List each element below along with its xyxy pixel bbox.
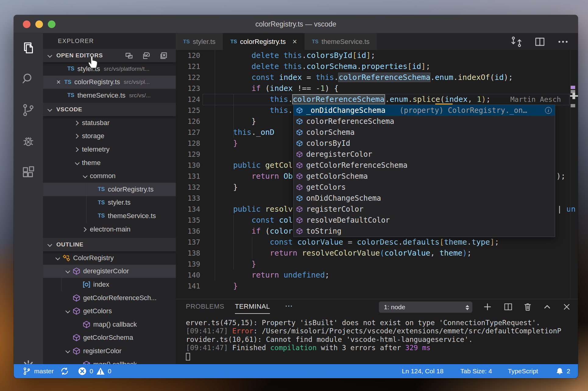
suggest-item-toString[interactable]: toString (294, 226, 555, 237)
activity-bar-source-control[interactable] (14, 95, 43, 125)
outline-item-map() callback[interactable]: map() callback (43, 358, 176, 364)
panel-more-actions-icon[interactable]: ⋯ (285, 299, 293, 314)
code-line-141[interactable]: 141} (176, 281, 578, 292)
suggest-item-getColors[interactable]: getColors (294, 182, 555, 193)
outline-item-registerColor[interactable]: registerColor (43, 344, 176, 358)
vscode-tree-item-telemetry[interactable]: telemetry (43, 143, 176, 156)
chevron-right-icon (75, 147, 80, 152)
code-line-121[interactable]: 121delete this.colorSchema.properties[id… (176, 61, 578, 72)
close-editor-icon[interactable]: × (56, 78, 61, 86)
suggest-label: onDidChangeSchema (306, 194, 381, 203)
sync-button[interactable] (60, 364, 69, 378)
vscode-tree-item-colorRegistry.ts[interactable]: TScolorRegistry.ts (43, 183, 176, 196)
vscode-tree-item-statusbar[interactable]: statusbar (43, 116, 176, 130)
open-changes-icon[interactable] (510, 36, 522, 48)
open-editors-label: OPEN EDITORS (56, 52, 103, 59)
tab-themeService.ts[interactable]: TSthemeService.ts (305, 33, 377, 50)
code-line-139[interactable]: 139} (176, 259, 578, 270)
suggest-item-deregisterColor[interactable]: deregisterColor (294, 149, 555, 160)
activity-bar-extensions[interactable] (14, 158, 43, 187)
outline-item-getColorReferenceSch...[interactable]: getColorReferenceSch... (43, 291, 176, 305)
tree-item-label: index (93, 281, 109, 289)
suggest-item-colorsById[interactable]: colorsById (294, 138, 555, 149)
tab-styler.ts[interactable]: TSstyler.ts (176, 33, 223, 50)
close-panel-icon[interactable] (561, 302, 572, 312)
toggle-editor-layout-icon[interactable] (125, 52, 133, 60)
activity-bar-search[interactable] (14, 64, 43, 94)
chevron-none-icon (90, 213, 95, 218)
panel-tab-problems[interactable]: PROBLEMS (186, 299, 224, 314)
suggest-item-getColorReferenceSchema[interactable]: getColorReferenceSchema (294, 160, 555, 171)
branch-status[interactable]: master (22, 364, 54, 378)
code-line-140[interactable]: 140return undefined; (176, 270, 578, 281)
suggest-item-colorSchema[interactable]: colorSchema (294, 127, 555, 138)
maximize-panel-icon[interactable] (542, 302, 552, 312)
suggest-item-resolveDefaultColor[interactable]: resolveDefaultColor (294, 215, 555, 226)
code-line-123[interactable]: 123if (index !== -1) { (176, 83, 578, 94)
outline-header[interactable]: OUTLINE (43, 238, 176, 251)
info-icon[interactable]: i (545, 107, 552, 114)
vscode-tree-item-electron-main[interactable]: electron-main (43, 223, 176, 236)
open-editors-header[interactable]: OPEN EDITORS (43, 49, 176, 62)
activity-bar-debug[interactable] (14, 127, 43, 156)
suggest-item-onDidChangeSchema[interactable]: onDidChangeSchema (294, 193, 555, 204)
save-all-icon[interactable] (142, 52, 151, 60)
outline-item-ColorRegistry[interactable]: ColorRegistry (43, 251, 176, 265)
vscode-tree-item-common[interactable]: common (43, 169, 176, 183)
vscode-tree-label: VSCODE (56, 106, 82, 113)
line-number: 131 (176, 171, 200, 182)
field-symbol-icon (296, 129, 303, 136)
notifications-status[interactable]: 2 (555, 364, 570, 378)
terminal-output[interactable]: erver.ts(475,15): Property 'isBuilt' doe… (186, 319, 572, 361)
vscode-tree-item-styler.ts[interactable]: TSstyler.ts (43, 196, 176, 210)
tab-size-status[interactable]: Tab Size: 4 (460, 364, 492, 378)
vscode-tree-item-storage[interactable]: storage (43, 130, 176, 143)
file-path: src/vs/platform/t... (104, 66, 150, 72)
split-terminal-icon[interactable] (503, 302, 513, 312)
split-editor-icon[interactable] (534, 36, 546, 48)
more-actions-icon[interactable] (557, 36, 569, 48)
suggest-item-registerColor[interactable]: registerColor (294, 204, 555, 215)
line-number: 132 (176, 182, 200, 193)
cursor-position-status[interactable]: Ln 124, Col 18 (402, 364, 444, 378)
code-line-137[interactable]: 137const colorValue = colorDesc.defaults… (176, 237, 578, 248)
new-terminal-icon (483, 302, 492, 312)
chevron-down-icon (55, 256, 60, 260)
code-editor[interactable]: 120delete this.colorsById[id];121delete … (176, 50, 578, 299)
open-editor-item-themeService.ts[interactable]: TSthemeService.tssrc/vs/... (43, 89, 176, 102)
change-marker (571, 104, 575, 107)
outline-item-map() callback[interactable]: map() callback (43, 318, 176, 331)
outline-item-deregisterColor[interactable]: deregisterColor (43, 265, 176, 278)
code-line-138[interactable]: 138return resolveColorValue(colorValue, … (176, 248, 578, 259)
outline-item-getColorSchema[interactable]: getColorSchema (43, 331, 176, 345)
method-symbol-icon (83, 361, 90, 364)
code-line-120[interactable]: 120delete this.colorsById[id]; (176, 50, 578, 61)
outline-item-index[interactable]: index (43, 278, 176, 291)
kill-terminal-icon[interactable] (522, 302, 533, 312)
outline-item-getColors[interactable]: getColors (43, 304, 176, 318)
terminal-select-dropdown[interactable]: 1: node (379, 301, 473, 313)
language-mode-status[interactable]: TypeScript (508, 364, 538, 378)
code-line-124[interactable]: 124this.colorReferenceSchema.enum.splice… (176, 94, 578, 105)
panel-tab-terminal[interactable]: TERMINAL (235, 299, 270, 314)
vscode-tree-header[interactable]: VSCODE (43, 103, 176, 116)
vscode-tree-item-themeService.ts[interactable]: TSthemeService.ts (43, 209, 176, 223)
code-line-122[interactable]: 122const index = this.colorReferenceSche… (176, 72, 578, 83)
suggest-item-_onDidChangeSchema[interactable]: _onDidChangeSchema(property) ColorRegist… (294, 105, 555, 116)
open-editor-item-colorRegistry.ts[interactable]: ×TScolorRegistry.tssrc/vs/pl... (43, 76, 176, 89)
line-number: 123 (176, 83, 200, 94)
search-icon (21, 72, 35, 86)
activity-bar-explorer[interactable] (14, 33, 43, 63)
close-all-editors-icon[interactable] (160, 52, 168, 60)
suggest-item-getColorSchema[interactable]: getColorSchema (294, 171, 555, 182)
title-bar[interactable]: colorRegistry.ts — vscode (14, 15, 578, 33)
suggest-detail: (property) ColorRegistry._on… (399, 106, 527, 115)
problems-status[interactable]: 00 (78, 364, 111, 378)
open-editor-item-styler.ts[interactable]: TSstyler.tssrc/vs/platform/t... (43, 62, 176, 76)
new-terminal-icon[interactable] (482, 302, 493, 312)
close-tab-icon[interactable]: × (292, 37, 297, 46)
line-number: 137 (176, 237, 200, 248)
tab-colorRegistry.ts[interactable]: TScolorRegistry.ts× (223, 33, 304, 50)
vscode-tree-item-theme[interactable]: theme (43, 156, 176, 170)
suggest-item-colorReferenceSchema[interactable]: colorReferenceSchema (294, 116, 555, 127)
